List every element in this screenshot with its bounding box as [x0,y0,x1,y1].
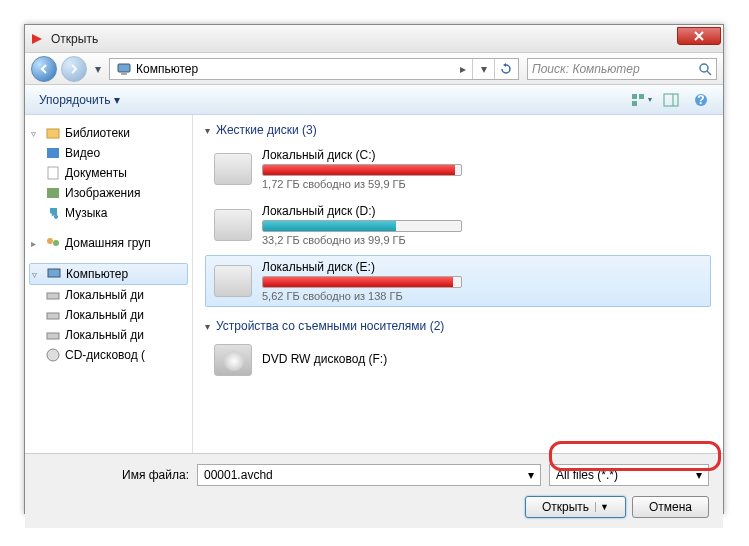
sidebar-item-drive-c[interactable]: Локальный ди [29,285,188,305]
svg-rect-7 [664,94,678,106]
svg-rect-1 [121,73,127,75]
svg-rect-11 [47,129,59,138]
drive-dvd[interactable]: DVD RW дисковод (F:) [205,339,711,381]
svg-text:?: ? [697,93,704,107]
drive-icon [45,327,61,343]
expand-icon: ▸ [31,238,41,249]
sidebar-item-music[interactable]: Музыка [29,203,188,223]
address-bar[interactable]: Компьютер ▸ ▾ [109,58,519,80]
collapse-icon: ▾ [205,321,210,332]
dialog-footer: Имя файла: 00001.avchd ▾ All files (*.*)… [25,453,723,528]
expand-icon: ▿ [32,269,42,280]
svg-point-15 [47,238,53,244]
svg-rect-20 [47,333,59,339]
svg-rect-17 [48,269,60,277]
window-title: Открыть [51,32,98,46]
collapse-icon: ▾ [205,125,210,136]
filename-input[interactable]: 00001.avchd ▾ [197,464,541,486]
address-text: Компьютер [136,62,454,76]
dvd-drive-icon [214,344,252,376]
svg-rect-5 [639,94,644,99]
chevron-down-icon: ▾ [648,95,652,104]
libraries-icon [45,125,61,141]
address-dropdown[interactable]: ▾ [472,59,494,79]
search-input[interactable]: Поиск: Компьютер [527,58,717,80]
removable-section-header[interactable]: ▾ Устройства со съемными носителями (2) [205,319,711,333]
file-list: ▾ Жесткие диски (3) Локальный диск (C:)1… [193,115,723,453]
navigation-pane: ▿ Библиотеки Видео Документы Изображения… [25,115,193,453]
sidebar-item-pictures[interactable]: Изображения [29,183,188,203]
cd-icon [45,347,61,363]
svg-rect-13 [48,167,58,179]
removable-section: ▾ Устройства со съемными носителями (2) … [205,319,711,381]
chevron-down-icon: ▾ [696,468,702,482]
drive-icon [45,307,61,323]
svg-rect-0 [118,64,130,72]
svg-rect-14 [47,188,59,198]
usage-bar [262,220,462,232]
svg-rect-6 [632,101,637,106]
body-area: ▿ Библиотеки Видео Документы Изображения… [25,115,723,453]
music-icon [45,205,61,221]
usage-bar [262,164,462,176]
svg-point-2 [700,64,708,72]
svg-rect-18 [47,293,59,299]
computer-icon [46,266,62,282]
documents-icon [45,165,61,181]
filename-label: Имя файла: [39,468,189,482]
svg-rect-19 [47,313,59,319]
close-button[interactable] [677,27,721,45]
svg-point-21 [47,349,59,361]
usage-bar [262,276,462,288]
svg-point-16 [53,240,59,246]
sidebar-item-video[interactable]: Видео [29,143,188,163]
sidebar-homegroup[interactable]: ▸ Домашняя груп [29,233,188,253]
nav-bar: ▾ Компьютер ▸ ▾ Поиск: Компьютер [25,53,723,85]
search-icon [698,62,712,76]
homegroup-icon [45,235,61,251]
sidebar-item-cd-drive[interactable]: CD-дисковод ( [29,345,188,365]
toolbar: Упорядочить▾ ▾ ? [25,85,723,115]
drive-item[interactable]: Локальный диск (E:)5,62 ГБ свободно из 1… [205,255,711,307]
video-icon [45,145,61,161]
computer-icon [116,61,132,77]
titlebar: Открыть [25,25,723,53]
app-icon [29,31,45,47]
drive-item[interactable]: Локальный диск (D:)33,2 ГБ свободно из 9… [205,199,711,251]
forward-button[interactable] [61,56,87,82]
hdd-icon [214,209,252,241]
svg-rect-4 [632,94,637,99]
open-button[interactable]: Открыть ▼ [525,496,626,518]
drive-item[interactable]: Локальный диск (C:)1,72 ГБ свободно из 5… [205,143,711,195]
cancel-button[interactable]: Отмена [632,496,709,518]
sidebar-item-documents[interactable]: Документы [29,163,188,183]
help-button[interactable]: ? [687,89,715,111]
back-button[interactable] [31,56,57,82]
search-placeholder: Поиск: Компьютер [532,62,640,76]
chevron-down-icon[interactable]: ▾ [528,468,534,482]
sidebar-computer[interactable]: ▿ Компьютер [29,263,188,285]
svg-rect-12 [47,148,59,158]
pictures-icon [45,185,61,201]
chevron-down-icon: ▾ [114,93,120,107]
open-dropdown[interactable]: ▼ [595,502,609,512]
drive-icon [45,287,61,303]
expand-icon: ▿ [31,128,41,139]
hdd-section: ▾ Жесткие диски (3) Локальный диск (C:)1… [205,123,711,307]
preview-pane-button[interactable] [657,89,685,111]
hdd-icon [214,265,252,297]
refresh-button[interactable] [494,59,516,79]
open-file-dialog: Открыть ▾ Компьютер ▸ ▾ Поиск: Компьютер [24,24,724,514]
breadcrumb-arrow[interactable]: ▸ [454,62,472,76]
organize-button[interactable]: Упорядочить▾ [33,91,126,109]
filetype-combo[interactable]: All files (*.*) ▾ [549,464,709,486]
hdd-section-header[interactable]: ▾ Жесткие диски (3) [205,123,711,137]
hdd-icon [214,153,252,185]
svg-line-3 [707,71,711,75]
nav-history-dropdown[interactable]: ▾ [91,58,105,80]
sidebar-item-drive-d[interactable]: Локальный ди [29,305,188,325]
view-mode-button[interactable]: ▾ [627,89,655,111]
sidebar-libraries[interactable]: ▿ Библиотеки [29,123,188,143]
sidebar-item-drive-e[interactable]: Локальный ди [29,325,188,345]
